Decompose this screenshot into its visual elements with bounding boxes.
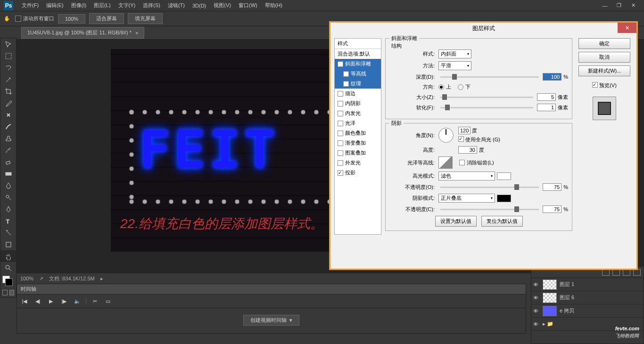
layer-name[interactable]: 图层 6: [560, 294, 574, 301]
blur-tool[interactable]: [0, 180, 16, 191]
transition-icon[interactable]: ▭: [103, 297, 113, 305]
stroke-checkbox[interactable]: [338, 91, 343, 97]
menu-3d[interactable]: 3D(D): [189, 3, 210, 8]
healing-tool[interactable]: [0, 109, 16, 121]
global-light-checkbox[interactable]: [458, 136, 464, 142]
reset-default-button[interactable]: 复位为默认值: [481, 216, 523, 227]
visibility-icon[interactable]: 👁: [533, 321, 540, 327]
path-tool[interactable]: [0, 227, 16, 238]
prev-frame-icon[interactable]: ◀|: [33, 297, 42, 305]
pen-tool[interactable]: [0, 203, 16, 215]
dropdown-icon[interactable]: ▾: [289, 317, 292, 323]
split-icon[interactable]: ✂: [90, 297, 99, 305]
preview-checkbox[interactable]: [592, 82, 598, 88]
maximize-button[interactable]: ❐: [612, 1, 626, 10]
ok-button[interactable]: 确定: [578, 38, 630, 49]
soften-input[interactable]: 1: [537, 104, 556, 111]
menu-file[interactable]: 文件(F): [18, 2, 42, 9]
size-slider[interactable]: [440, 97, 533, 98]
visibility-icon[interactable]: 👁: [533, 308, 540, 314]
brush-tool[interactable]: [0, 121, 16, 132]
zoom-tool[interactable]: [0, 262, 16, 274]
close-button[interactable]: ✕: [626, 1, 640, 10]
type-tool[interactable]: T: [0, 215, 16, 227]
depth-input[interactable]: 100: [543, 73, 561, 81]
texture-checkbox[interactable]: [343, 81, 349, 87]
highlight-color[interactable]: [497, 172, 511, 180]
audio-icon[interactable]: 🔈: [73, 297, 82, 305]
layer-row[interactable]: 👁 图层 6: [531, 291, 644, 304]
cancel-button[interactable]: 取消: [578, 52, 630, 63]
new-style-button[interactable]: 新建样式(W)...: [578, 66, 630, 76]
document-canvas[interactable]: FEIT 22.给填充白色的层添加图层样式。: [111, 49, 337, 252]
inner-glow-item[interactable]: 内发光: [335, 108, 381, 118]
crop-tool[interactable]: [0, 85, 16, 97]
menu-layer[interactable]: 图层(L): [90, 2, 114, 9]
texture-item[interactable]: 纹理: [335, 79, 381, 89]
pattern-overlay-checkbox[interactable]: [338, 150, 343, 156]
dialog-close-button[interactable]: ✕: [618, 23, 636, 33]
document-tab[interactable]: 1U45UV8-1.jpg @ 100% (图层 11, RGB/8#) * ×: [21, 27, 144, 39]
layer-name[interactable]: e 拷贝: [560, 307, 574, 314]
shadow-opacity-slider[interactable]: [440, 209, 539, 210]
dodge-tool[interactable]: [0, 191, 16, 203]
highlight-opacity-slider[interactable]: [440, 187, 539, 188]
highlight-mode-select[interactable]: 滤色▾: [438, 172, 495, 180]
menu-type[interactable]: 文字(Y): [115, 2, 140, 9]
next-frame-icon[interactable]: |▶: [59, 297, 69, 305]
quick-mask-toggle[interactable]: [0, 288, 16, 297]
menu-window[interactable]: 窗口(W): [235, 2, 261, 9]
gloss-contour-picker[interactable]: [438, 156, 453, 169]
stroke-item[interactable]: 描边: [335, 89, 381, 98]
size-input[interactable]: 5: [537, 93, 556, 101]
layer-row[interactable]: 👁 图层 1: [531, 278, 644, 291]
set-default-button[interactable]: 设置为默认值: [435, 216, 477, 227]
inner-glow-checkbox[interactable]: [338, 111, 343, 116]
eyedropper-tool[interactable]: [0, 97, 16, 109]
antialias-checkbox[interactable]: [459, 160, 465, 165]
menu-image[interactable]: 图像(I): [67, 2, 90, 9]
layer-name[interactable]: 图层 1: [560, 281, 574, 288]
inner-shadow-item[interactable]: 内阴影: [335, 98, 381, 108]
fill-screen-button[interactable]: 填充屏幕: [128, 13, 163, 24]
bevel-checkbox[interactable]: [338, 61, 343, 67]
grad-overlay-checkbox[interactable]: [338, 140, 343, 146]
tab-close-icon[interactable]: ×: [135, 30, 138, 36]
menu-view[interactable]: 视图(V): [210, 2, 235, 9]
color-overlay-checkbox[interactable]: [338, 131, 343, 136]
angle-dial[interactable]: [438, 128, 454, 143]
visibility-icon[interactable]: 👁: [533, 295, 540, 301]
style-select[interactable]: 内斜面▾: [438, 49, 471, 58]
zoom-100-button[interactable]: 100%: [58, 14, 85, 24]
shadow-mode-select[interactable]: 正片叠底▾: [438, 194, 495, 203]
shadow-color[interactable]: [497, 195, 511, 202]
fit-screen-button[interactable]: 适合屏幕: [89, 13, 124, 24]
color-overlay-item[interactable]: 颜色叠加: [335, 128, 381, 138]
background-swatch[interactable]: [5, 278, 13, 286]
shape-tool[interactable]: [0, 238, 16, 250]
soften-slider[interactable]: [440, 107, 533, 108]
satin-checkbox[interactable]: [338, 121, 343, 126]
highlight-opacity-input[interactable]: 75: [543, 183, 561, 191]
grad-overlay-item[interactable]: 渐变叠加: [335, 138, 381, 148]
menu-edit[interactable]: 编辑(E): [42, 2, 67, 9]
contour-item[interactable]: 等高线: [335, 69, 381, 79]
menu-help[interactable]: 帮助(H): [261, 2, 286, 9]
status-arrow-icon[interactable]: ▸: [100, 276, 103, 282]
stamp-tool[interactable]: [0, 132, 16, 144]
altitude-input[interactable]: 30: [458, 146, 477, 154]
method-select[interactable]: 平滑▾: [438, 61, 471, 70]
eraser-tool[interactable]: [0, 156, 16, 168]
drop-shadow-item[interactable]: 投影: [335, 168, 381, 178]
satin-item[interactable]: 光泽: [335, 118, 381, 128]
blend-options-item[interactable]: 混合选项:默认: [335, 49, 381, 59]
gradient-tool[interactable]: [0, 168, 16, 180]
shadow-opacity-input[interactable]: 75: [543, 205, 561, 213]
menu-select[interactable]: 选择(S): [139, 2, 164, 9]
timeline-tab[interactable]: 时间轴: [17, 284, 526, 295]
minimize-button[interactable]: —: [598, 1, 612, 10]
move-tool[interactable]: [0, 38, 16, 50]
history-brush-tool[interactable]: [0, 144, 16, 156]
wand-tool[interactable]: [0, 74, 16, 85]
pattern-overlay-item[interactable]: 图案叠加: [335, 148, 381, 158]
